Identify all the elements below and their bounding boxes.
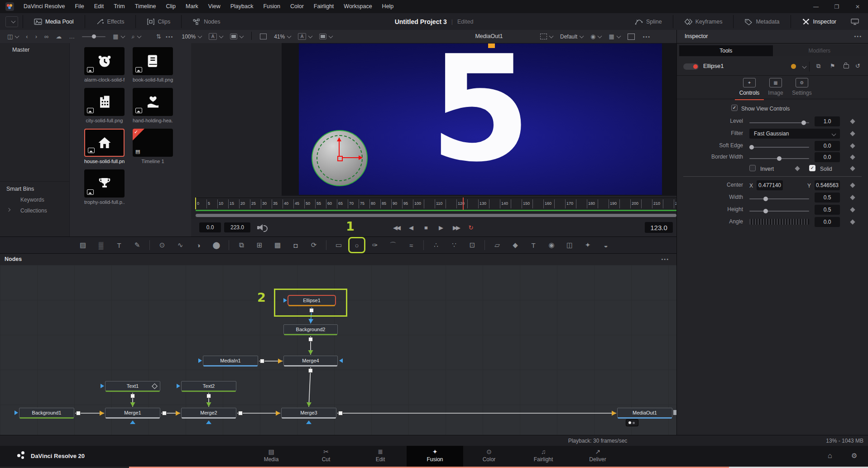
clip-thumbnail[interactable] bbox=[133, 88, 173, 116]
channel-select-right-dropdown[interactable]: A bbox=[294, 30, 316, 43]
particle-render-tool[interactable]: ⊡ bbox=[466, 240, 478, 251]
node-merge4[interactable]: Merge4 bbox=[283, 356, 338, 366]
ellipse-mask-tool[interactable]: ○ bbox=[351, 240, 363, 251]
toggle-spline[interactable]: Spline bbox=[628, 13, 668, 30]
center-x-value[interactable]: 0.477140 bbox=[757, 180, 783, 190]
height-value[interactable]: 0.5 bbox=[815, 205, 840, 215]
step-back-button[interactable]: ◀ bbox=[405, 222, 417, 233]
particle-merge-tool[interactable]: ∵ bbox=[448, 240, 460, 251]
settings-gear-icon[interactable]: ⚙ bbox=[851, 452, 857, 460]
ellipse-mask-control[interactable] bbox=[312, 130, 368, 186]
spot-light-tool[interactable]: ✦ bbox=[582, 240, 594, 251]
transform-tool[interactable]: ⟳ bbox=[308, 240, 320, 251]
node-color-dot[interactable] bbox=[791, 64, 796, 69]
image-plane-3d-tool[interactable]: ▱ bbox=[491, 240, 503, 251]
invert-keyframe-icon[interactable] bbox=[795, 166, 800, 171]
bspline-mask-tool[interactable]: ⌒ bbox=[387, 240, 399, 251]
expand-chevron-icon[interactable] bbox=[7, 208, 10, 212]
color-curves-tool[interactable]: ∿ bbox=[174, 240, 186, 251]
solid-checkbox[interactable] bbox=[809, 165, 815, 171]
border-width-value[interactable]: 0.0 bbox=[815, 152, 840, 162]
toggle-effects[interactable]: Effects bbox=[90, 13, 131, 30]
node-merge2[interactable]: Merge2 bbox=[181, 408, 236, 418]
tab-settings[interactable]: ⚙Settings bbox=[788, 78, 815, 96]
node-enable-toggle[interactable] bbox=[683, 63, 699, 70]
back[interactable]: ‹ bbox=[22, 30, 31, 43]
project-manager-icon[interactable]: ⌂ bbox=[828, 452, 832, 460]
node-text2[interactable]: Text2 bbox=[181, 381, 236, 391]
smart-bin-collections[interactable]: Collections bbox=[0, 205, 69, 216]
toggle-inspector[interactable]: Inspector bbox=[796, 13, 843, 30]
single-view-toggle[interactable] bbox=[256, 30, 270, 43]
text-tool[interactable]: T bbox=[113, 240, 125, 251]
angle-keyframe-icon[interactable] bbox=[850, 219, 855, 224]
page-tab-media[interactable]: ▤Media bbox=[249, 446, 294, 467]
paint-tool[interactable]: ✎ bbox=[131, 240, 143, 251]
node-mediaout1[interactable]: MediaOut1 bbox=[617, 408, 672, 418]
page-tab-color[interactable]: ⊙Color bbox=[466, 446, 512, 467]
filter-dropdown[interactable]: Fast Gaussian bbox=[749, 129, 840, 139]
merge-tool[interactable]: ⧉ bbox=[235, 240, 247, 251]
play-button[interactable]: ▶ bbox=[435, 222, 447, 233]
lock-icon[interactable] bbox=[844, 64, 849, 68]
node-merge1[interactable]: Merge1 bbox=[105, 408, 160, 418]
solid-keyframe-icon[interactable] bbox=[850, 166, 855, 171]
restore-button[interactable]: ❐ bbox=[826, 4, 847, 10]
y-axis-handle-icon[interactable] bbox=[337, 137, 341, 141]
relink-media[interactable]: ∞ bbox=[41, 30, 52, 43]
input-triangle-icon[interactable] bbox=[101, 384, 104, 388]
page-tab-fusion[interactable]: ✦Fusion bbox=[407, 446, 463, 467]
brightness-contrast-tool[interactable]: ◑ bbox=[192, 240, 204, 251]
current-frame-field[interactable]: 123.0 bbox=[645, 222, 673, 233]
fastnoise-tool[interactable]: ▒ bbox=[95, 240, 107, 251]
grid-view[interactable]: ▦ bbox=[109, 30, 128, 43]
tab-image[interactable]: ▦Image bbox=[762, 78, 789, 96]
bin-item-master[interactable]: Master bbox=[0, 43, 69, 56]
lut-dropdown[interactable]: Default bbox=[556, 30, 587, 43]
clip-house[interactable]: house-solid-full.png bbox=[84, 129, 125, 164]
x-axis-handle-icon[interactable] bbox=[359, 155, 363, 160]
input-triangle-icon[interactable] bbox=[177, 384, 180, 388]
clip-trophy[interactable]: trophy-solid-full.p... bbox=[84, 169, 125, 205]
roi-dropdown[interactable] bbox=[537, 30, 556, 43]
page-tab-cut[interactable]: ✂Cut bbox=[303, 446, 349, 467]
width-value[interactable]: 0.5 bbox=[815, 193, 840, 203]
view-mode-right-dropdown[interactable] bbox=[316, 30, 336, 43]
channel-booleans-tool[interactable]: ⊞ bbox=[254, 240, 265, 251]
polygon-mask-tool[interactable]: ✑ bbox=[369, 240, 381, 251]
level-slider[interactable] bbox=[749, 122, 809, 123]
close-button[interactable]: ✕ bbox=[847, 4, 868, 10]
clip-clock[interactable]: alarm-clock-solid-f... bbox=[84, 47, 125, 82]
menu-fairlight[interactable]: Fairlight bbox=[309, 0, 339, 13]
stop-button[interactable]: ■ bbox=[420, 222, 432, 233]
color-controls-dropdown[interactable]: ◉ bbox=[587, 30, 605, 43]
menu-davinci-resolve[interactable]: DaVinci Resolve bbox=[19, 0, 70, 13]
slider-thumb[interactable] bbox=[92, 34, 96, 39]
mask-input-icon[interactable] bbox=[306, 420, 312, 424]
clip-thumbnail[interactable] bbox=[84, 169, 125, 198]
soft-edge-slider[interactable] bbox=[749, 147, 809, 148]
toggle-media-pool[interactable]: Media Pool bbox=[28, 13, 80, 30]
node-merge3[interactable]: Merge3 bbox=[281, 408, 336, 418]
menu-workspace[interactable]: Workspace bbox=[339, 0, 377, 13]
invert-checkbox[interactable] bbox=[749, 165, 756, 171]
angle-thumbwheel[interactable] bbox=[749, 219, 809, 225]
shape-3d-tool[interactable]: ◆ bbox=[509, 240, 521, 251]
clip-hand[interactable]: hand-holding-hea... bbox=[133, 88, 173, 123]
zoom-level-right-dropdown[interactable]: 41% bbox=[270, 30, 294, 43]
copy-settings-icon[interactable]: ⧉ bbox=[816, 63, 820, 70]
text-anchor-marker[interactable] bbox=[488, 43, 495, 48]
toggle-clips[interactable]: Clips bbox=[140, 13, 177, 30]
node-color-chevron-icon[interactable] bbox=[802, 64, 807, 69]
menu-view[interactable]: View bbox=[203, 0, 225, 13]
toggle-keyframes[interactable]: Keyframes bbox=[678, 13, 729, 30]
center-y-value[interactable]: 0.546563 bbox=[815, 180, 840, 190]
soft-edge-keyframe-icon[interactable] bbox=[850, 143, 855, 148]
clip-timeline[interactable]: ✓▤Timeline 1 bbox=[133, 129, 173, 164]
mask-input-icon[interactable] bbox=[130, 420, 135, 424]
page-tab-edit[interactable]: ≣Edit bbox=[358, 446, 403, 467]
channel-select-left-dropdown[interactable]: A bbox=[205, 30, 226, 43]
guides-dropdown[interactable]: ▦ bbox=[605, 30, 623, 43]
playhead[interactable] bbox=[463, 198, 464, 211]
menu-fusion[interactable]: Fusion bbox=[258, 0, 285, 13]
